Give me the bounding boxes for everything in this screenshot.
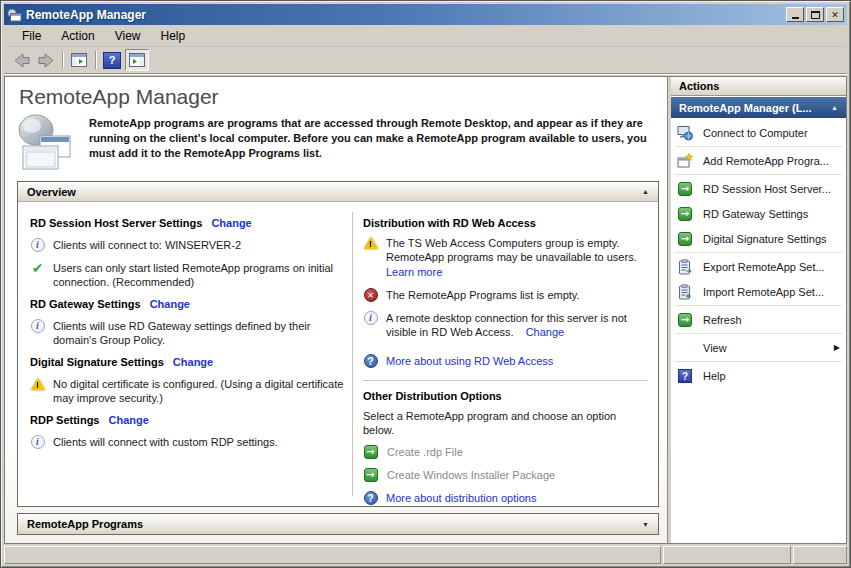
collapse-icon[interactable]: ▲ <box>831 104 838 111</box>
action-label: Export RemoteApp Set... <box>703 261 825 273</box>
actions-separator <box>675 333 842 334</box>
collapse-icon[interactable]: ▲ <box>642 188 649 195</box>
change-link[interactable]: Change <box>526 326 565 338</box>
window-title: RemoteApp Manager <box>26 8 782 22</box>
intro-text: RemoteApp programs are programs that are… <box>89 111 657 175</box>
help-toolbar-button[interactable] <box>100 49 124 71</box>
action-export-remoteapp-settings[interactable]: Export RemoteApp Set... <box>671 254 846 279</box>
action-label: View <box>703 342 727 354</box>
section-digital-signature: Digital Signature Settings Change <box>30 356 344 368</box>
green-arrow-icon <box>364 445 378 459</box>
back-button[interactable] <box>9 49 33 71</box>
action-rd-gateway-settings[interactable]: RD Gateway Settings <box>671 201 846 226</box>
section-title: RDP Settings <box>30 414 99 426</box>
toolbar-separator <box>95 51 96 69</box>
other-options-title: Other Distribution Options <box>363 390 648 402</box>
green-arrow-icon <box>364 468 378 482</box>
actions-separator <box>675 174 842 175</box>
action-rd-session-host-settings[interactable]: RD Session Host Server... <box>671 176 846 201</box>
action-refresh[interactable]: Refresh <box>671 307 846 332</box>
overview-panel: Overview ▲ RD Session Host Server Settin… <box>17 181 659 507</box>
help-icon <box>364 491 378 505</box>
title-bar[interactable]: RemoteApp Manager <box>4 4 847 25</box>
actions-pane: Actions RemoteApp Manager (L... ▲ <box>671 77 846 543</box>
programs-header-label: RemoteApp Programs <box>27 518 143 530</box>
more-distribution-link[interactable]: More about distribution options <box>386 492 536 504</box>
action-label: Refresh <box>703 314 742 326</box>
overview-header[interactable]: Overview ▲ <box>18 182 658 202</box>
action-label: RD Session Host Server... <box>703 183 831 195</box>
overview-body: RD Session Host Server Settings Change C… <box>18 202 658 506</box>
more-web-access-link[interactable]: More about using RD Web Access <box>386 355 553 367</box>
console-tree-button[interactable] <box>67 49 91 71</box>
overview-right-column: Distribution with RD Web Access The TS W… <box>353 202 658 506</box>
status-text: No digital certificate is configured. (U… <box>53 377 344 405</box>
status-item: No digital certificate is configured. (U… <box>30 377 344 405</box>
learn-more-link[interactable]: Learn more <box>386 265 648 279</box>
action-connect-to-computer[interactable]: Connect to Computer <box>671 120 846 145</box>
close-button[interactable] <box>826 7 844 22</box>
change-link[interactable]: Change <box>173 356 213 368</box>
web-access-title: Distribution with RD Web Access <box>363 217 648 229</box>
add-program-icon <box>677 153 693 169</box>
section-rd-gateway: RD Gateway Settings Change <box>30 298 344 310</box>
status-bar <box>4 544 847 564</box>
maximize-button[interactable] <box>806 7 824 22</box>
warning-icon <box>364 237 378 249</box>
section-divider <box>363 380 648 381</box>
action-label: Add RemoteApp Progra... <box>703 155 829 167</box>
expand-icon[interactable]: ▼ <box>642 521 649 528</box>
action-digital-signature-settings[interactable]: Digital Signature Settings <box>671 226 846 251</box>
action-import-remoteapp-settings[interactable]: Import RemoteApp Set... <box>671 279 846 304</box>
programs-panel: RemoteApp Programs ▼ <box>17 513 659 535</box>
console-content: RemoteApp Manager RemoteAp <box>4 76 847 544</box>
menu-view[interactable]: View <box>105 26 151 46</box>
change-link[interactable]: Change <box>108 414 148 426</box>
actions-group-label: RemoteApp Manager (L... <box>679 102 812 114</box>
info-icon <box>31 319 45 333</box>
window-app-icon <box>7 8 22 22</box>
status-item: A remote desktop connection for this ser… <box>363 311 648 339</box>
change-link[interactable]: Change <box>150 298 190 310</box>
actions-separator <box>675 305 842 306</box>
forward-button[interactable] <box>34 49 58 71</box>
section-rdp-settings: RDP Settings Change <box>30 414 344 426</box>
create-installer-package-option[interactable]: Create Windows Installer Package <box>363 468 648 482</box>
status-text: Clients will use RD Gateway settings def… <box>53 319 344 347</box>
status-text: Clients will connect to: WINSERVER-2 <box>53 238 241 252</box>
action-add-remoteapp-program[interactable]: Add RemoteApp Progra... <box>671 148 846 173</box>
action-label: Connect to Computer <box>703 127 808 139</box>
programs-header[interactable]: RemoteApp Programs ▼ <box>18 514 658 534</box>
actions-list: Connect to Computer Add RemoteApp Progra… <box>671 118 846 543</box>
overview-header-label: Overview <box>27 186 76 198</box>
status-text: The TS Web Access Computers group is emp… <box>386 237 637 263</box>
section-title: RD Gateway Settings <box>30 298 141 310</box>
action-label: RD Gateway Settings <box>703 208 808 220</box>
status-text: A remote desktop connection for this ser… <box>386 312 627 338</box>
status-section-mid <box>663 546 791 564</box>
toolbar <box>4 47 847 74</box>
create-rdp-file-option[interactable]: Create .rdp File <box>363 445 648 459</box>
info-icon <box>31 238 45 252</box>
action-view[interactable]: View ▶ <box>671 335 846 360</box>
other-options-subtitle: Select a RemoteApp program and choose an… <box>363 409 643 437</box>
status-text: The RemoteApp Programs list is empty. <box>386 288 580 302</box>
menu-file[interactable]: File <box>12 26 51 46</box>
menu-action[interactable]: Action <box>51 26 104 46</box>
info-icon <box>31 435 45 449</box>
warning-icon <box>31 378 45 390</box>
minimize-button[interactable] <box>786 7 804 22</box>
action-help[interactable]: Help <box>671 363 846 388</box>
import-icon <box>677 284 693 300</box>
actions-group-header[interactable]: RemoteApp Manager (L... ▲ <box>671 97 846 118</box>
action-pane-toggle-icon <box>129 53 145 67</box>
status-section-right <box>793 546 847 564</box>
actions-pane-title: Actions <box>671 77 846 96</box>
green-arrow-icon <box>678 207 692 221</box>
action-pane-toggle-button[interactable] <box>125 49 149 71</box>
menu-help[interactable]: Help <box>151 26 196 46</box>
status-item: Users can only start listed RemoteApp pr… <box>30 261 344 289</box>
change-link[interactable]: Change <box>211 217 251 229</box>
main-pane: RemoteApp Manager RemoteAp <box>5 77 667 543</box>
error-icon <box>364 288 378 302</box>
